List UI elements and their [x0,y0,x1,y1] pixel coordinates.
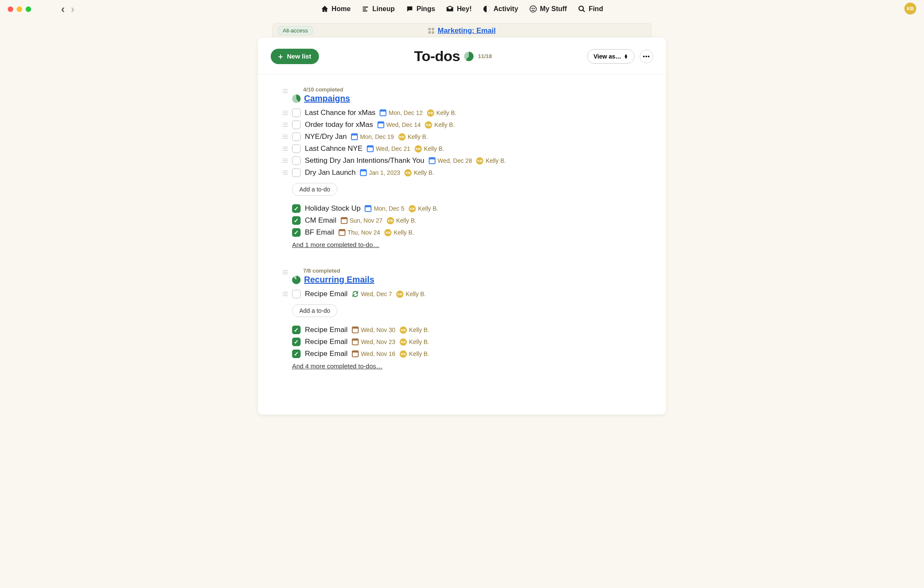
todo-due-date[interactable]: Jan 1, 2023 [360,169,400,176]
list-title-link[interactable]: Campaigns [304,94,350,103]
assignee-avatar: KB [398,133,406,141]
header-actions: View as… ▲▼ ••• [587,49,653,64]
todo-assignee[interactable]: KBKelly B. [409,205,438,212]
todo-due-date[interactable]: Wed, Dec 7 [352,291,392,297]
drag-handle-icon[interactable] [283,159,288,163]
drag-handle-icon[interactable] [283,292,288,296]
todo-checkbox[interactable] [292,144,301,153]
todo-checkbox[interactable] [292,338,301,346]
todo-assignee[interactable]: KBKelly B. [384,229,414,236]
nav-lineup[interactable]: Lineup [362,5,395,13]
current-user-avatar[interactable]: KB [904,3,916,15]
todo-title[interactable]: CM Email [305,216,336,225]
todo-title[interactable]: Recipe Email [305,338,348,346]
drag-handle-icon[interactable] [283,147,288,151]
drag-handle-icon[interactable] [283,270,288,274]
todo-title[interactable]: NYE/Dry Jan [305,132,347,141]
todo-title[interactable]: Setting Dry Jan Intentions/Thank You [305,156,424,165]
back-button[interactable]: ‹ [61,3,65,15]
drag-handle-icon[interactable] [283,123,288,127]
new-list-button[interactable]: ＋ New list [271,49,319,64]
todo-due-date[interactable]: Thu, Nov 24 [339,229,380,236]
assignee-avatar: KB [396,291,404,298]
todo-checkbox[interactable] [292,350,301,358]
todo-checkbox[interactable] [292,326,301,334]
window-chrome: ‹ › Home Lineup Pings Hey! [0,0,924,18]
nav-find[interactable]: Find [578,5,603,13]
todo-assignee[interactable]: KBKelly B. [476,157,506,165]
drag-handle-icon[interactable] [283,171,288,175]
fullscreen-window-button[interactable] [26,6,31,12]
todo-due-date[interactable]: Wed, Nov 30 [352,326,395,333]
nav-hey[interactable]: Hey! [446,5,472,13]
todo-title[interactable]: BF Email [305,228,334,237]
access-chip[interactable]: All-access [278,26,313,35]
todo-title[interactable]: Last Cahnce NYE [305,144,363,153]
todo-assignee[interactable]: KBKelly B. [400,326,429,334]
view-as-button[interactable]: View as… ▲▼ [587,49,635,64]
todo-title[interactable]: Order today for xMas [305,121,373,129]
drag-handle-icon[interactable] [283,135,288,139]
todo-assignee[interactable]: KBKelly B. [427,109,456,117]
todo-title[interactable]: Recipe Email [305,290,348,298]
list-title-link[interactable]: Recurring Emails [304,275,374,285]
todo-checkbox[interactable] [292,216,301,225]
todo-checkbox[interactable] [292,204,301,213]
todo-due-date[interactable]: Wed, Nov 16 [352,350,395,357]
todo-assignee[interactable]: KBKelly B. [425,121,454,129]
more-completed-link[interactable]: And 1 more completed to-do… [292,241,379,248]
project-link[interactable]: Marketing: Email [438,26,496,35]
nav-home[interactable]: Home [321,5,351,13]
todo-checkbox[interactable] [292,109,301,117]
todo-title[interactable]: Recipe Email [305,350,348,358]
assignee-name: Kelly B. [434,121,454,128]
todo-assignee[interactable]: KBKelly B. [387,217,416,224]
todo-assignee[interactable]: KBKelly B. [400,350,429,358]
drag-handle-icon[interactable] [283,89,288,93]
todo-assignee[interactable]: KBKelly B. [404,169,434,176]
todo-due-date[interactable]: Wed, Dec 21 [367,145,410,152]
nav-activity-label: Activity [494,5,518,13]
close-window-button[interactable] [8,6,13,12]
todo-due-date[interactable]: Mon, Dec 5 [365,205,404,212]
calendar-icon [341,217,348,224]
nav-lineup-label: Lineup [372,5,395,13]
todo-item: Order today for xMasWed, Dec 14KBKelly B… [292,119,653,131]
more-completed-link[interactable]: And 4 more completed to-dos… [292,362,383,370]
todo-title[interactable]: Dry Jan Launch [305,168,356,177]
todo-checkbox[interactable] [292,168,301,177]
todo-due-date[interactable]: Wed, Dec 14 [377,121,421,128]
todo-due-date[interactable]: Sun, Nov 27 [341,217,383,224]
todo-due-date[interactable]: Mon, Dec 19 [351,133,394,140]
todo-title[interactable]: Last Chance for xMas [305,109,375,117]
todo-assignee[interactable]: KBKelly B. [400,338,429,346]
todo-checkbox[interactable] [292,156,301,165]
todo-item: BF EmailThu, Nov 24KBKelly B. [292,226,653,238]
mystuff-icon [529,5,537,13]
todo-date-text: Wed, Nov 23 [361,338,395,345]
add-todo-button[interactable]: Add a to-do [292,183,337,196]
drag-handle-icon[interactable] [283,111,288,115]
more-options-button[interactable]: ••• [640,50,653,63]
todo-checkbox[interactable] [292,121,301,129]
add-todo-button[interactable]: Add a to-do [292,304,337,317]
todo-title[interactable]: Holiday Stock Up [305,204,360,213]
todo-assignee[interactable]: KBKelly B. [398,133,428,141]
todo-due-date[interactable]: Wed, Dec 28 [429,157,472,164]
title-group: To-dos 11/18 [414,48,492,65]
svg-point-2 [532,8,533,9]
todo-checkbox[interactable] [292,132,301,141]
assignee-name: Kelly B. [485,157,506,164]
todo-due-date[interactable]: Mon, Dec 12 [380,109,422,116]
minimize-window-button[interactable] [17,6,22,12]
todo-assignee[interactable]: KBKelly B. [396,291,426,298]
nav-mystuff[interactable]: My Stuff [529,5,567,13]
todo-assignee[interactable]: KBKelly B. [415,145,444,153]
todo-checkbox[interactable] [292,228,301,237]
nav-activity[interactable]: Activity [483,5,518,13]
todo-due-date[interactable]: Wed, Nov 23 [352,338,395,345]
nav-pings[interactable]: Pings [406,5,435,13]
plus-icon: ＋ [277,53,284,60]
todo-title[interactable]: Recipe Email [305,326,348,334]
todo-checkbox[interactable] [292,290,301,298]
